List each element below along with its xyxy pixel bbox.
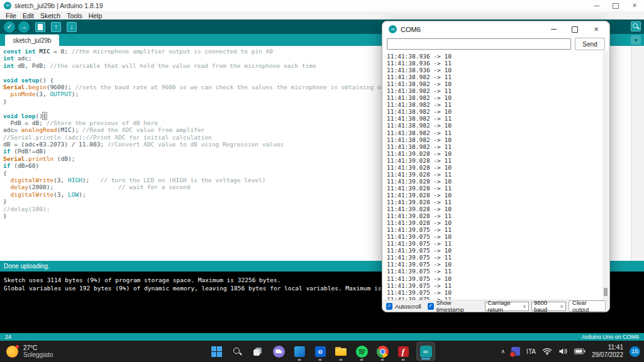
taskbar-weather-widget[interactable]: 27°C Soleggiato xyxy=(6,341,53,362)
serial-monitor-title: COM6 xyxy=(401,26,421,33)
serial-line: 11:41:39.028 -> 11 xyxy=(387,199,609,206)
current-line-number: 24 xyxy=(5,334,11,340)
menu-tools[interactable]: Tools xyxy=(64,12,86,19)
autoscroll-checkbox[interactable]: ✓ xyxy=(386,303,392,310)
weather-description: Soleggiato xyxy=(23,351,53,358)
serial-line: 11:41:38.982 -> 10 xyxy=(387,122,609,129)
serial-line: 11:41:39.075 -> 10 xyxy=(387,233,609,240)
chat-button[interactable] xyxy=(271,344,286,359)
language-indicator[interactable]: ITA xyxy=(526,348,536,355)
serial-output-lines: 11:41:38.936 -> 1011:41:38.936 -> 1111:4… xyxy=(383,51,609,300)
new-sketch-button[interactable] xyxy=(35,22,45,32)
tab-sketch[interactable]: sketch_jul29b xyxy=(5,35,59,46)
menu-help[interactable]: Help xyxy=(86,12,106,19)
file-explorer-button[interactable] xyxy=(333,344,348,359)
arduino-icon: ∞ xyxy=(420,346,432,358)
serial-line: 11:41:39.028 -> 10 xyxy=(387,150,609,157)
minimize-icon[interactable] xyxy=(587,0,606,11)
search-button[interactable] xyxy=(230,344,245,359)
notification-count-badge[interactable]: 15 xyxy=(630,346,640,357)
serial-input-row: Send xyxy=(382,37,609,51)
chevron-down-icon: ∨ xyxy=(523,304,526,309)
taskbar-app-blue[interactable] xyxy=(292,344,307,359)
menu-edit[interactable]: Edit xyxy=(19,12,37,19)
spotify-button[interactable] xyxy=(354,344,369,359)
clear-output-button[interactable]: Clear output xyxy=(569,300,606,312)
serial-line: 11:41:38.936 -> 10 xyxy=(387,67,609,74)
serial-monitor-window: ∞ COM6 × Send 11:41:38.936 -> 1011:41:38… xyxy=(382,21,610,312)
serial-line: 11:41:38.982 -> 10 xyxy=(387,80,609,87)
serial-line: 11:41:39.075 -> 11 xyxy=(387,226,609,233)
serial-output[interactable]: 11:41:38.936 -> 1011:41:38.936 -> 1111:4… xyxy=(383,51,609,300)
editor-scrollbar[interactable] xyxy=(631,46,644,261)
serial-input[interactable] xyxy=(387,38,571,50)
serial-line: 11:41:38.982 -> 10 xyxy=(387,94,609,101)
ide-titlebar: ∞ sketch_jul29b | Arduino 1.8.19 × xyxy=(0,0,644,11)
tab-menu-button[interactable]: ▾ xyxy=(631,35,641,45)
show-timestamp-checkbox[interactable]: ✓ xyxy=(428,303,434,310)
system-tray: ∧ ITA 11:41 29/07/2022 xyxy=(501,341,640,362)
volume-icon[interactable] xyxy=(558,348,568,355)
tray-date: 29/07/2022 xyxy=(592,351,623,358)
line-ending-value: Carriage return xyxy=(487,299,521,313)
menu-sketch[interactable]: Sketch xyxy=(37,12,64,19)
spotify-icon xyxy=(356,346,368,358)
running-indicator xyxy=(381,359,384,361)
wifi-icon[interactable] xyxy=(542,348,552,355)
serial-line: 11:41:38.982 -> 10 xyxy=(387,136,609,143)
serial-line: 11:41:38.982 -> 10 xyxy=(387,108,609,115)
serial-line: 11:41:39.075 -> 11 xyxy=(387,282,609,289)
active-app-indicator xyxy=(421,358,430,360)
arduino-app-icon: ∞ xyxy=(4,2,11,9)
scrollbar-thumb[interactable] xyxy=(604,288,608,296)
teams-tray-icon-with-badge[interactable] xyxy=(511,347,520,356)
chrome-button[interactable] xyxy=(375,344,390,359)
outlook-button[interactable]: o xyxy=(313,344,328,359)
verify-button[interactable]: ✓ xyxy=(4,21,15,33)
running-indicator xyxy=(402,359,405,361)
line-ending-select[interactable]: Carriage return ∨ xyxy=(485,302,529,311)
serial-monitor-button[interactable] xyxy=(631,21,641,31)
chrome-icon xyxy=(377,346,389,358)
menu-file[interactable]: File xyxy=(3,12,19,19)
running-indicator xyxy=(298,359,301,361)
serial-line: 11:41:39.028 -> 11 xyxy=(387,171,609,178)
serial-line: 11:41:38.982 -> 11 xyxy=(387,74,609,80)
serial-line: 11:41:38.982 -> 11 xyxy=(387,129,609,136)
maximize-icon[interactable] xyxy=(564,21,586,37)
upload-button[interactable]: → xyxy=(18,21,30,33)
serial-line: 11:41:38.936 -> 10 xyxy=(387,53,609,60)
serial-line: 11:41:38.982 -> 11 xyxy=(387,143,609,150)
running-indicator xyxy=(360,359,364,361)
serial-line: 11:41:39.075 -> 10 xyxy=(387,289,609,296)
blue-app-icon xyxy=(294,346,305,357)
ide-bottom-bar: 24 Arduino Uno on COM6 xyxy=(0,333,644,341)
fritzing-button[interactable]: f xyxy=(396,344,411,359)
serial-line: 11:41:38.982 -> 11 xyxy=(387,101,609,108)
clock-widget[interactable]: 11:41 29/07/2022 xyxy=(592,344,623,359)
arduino-taskbar-button-active[interactable]: ∞ xyxy=(416,342,435,361)
send-button[interactable]: Send xyxy=(575,38,605,50)
serial-line: 11:41:39.075 -> 11 xyxy=(387,254,609,261)
windows-logo-icon xyxy=(211,346,222,357)
tray-time: 11:41 xyxy=(608,344,623,351)
serial-line: 11:41:38.936 -> 11 xyxy=(387,60,609,67)
serial-scrollbar[interactable] xyxy=(602,51,609,300)
start-button[interactable] xyxy=(209,344,224,359)
running-indicator xyxy=(340,359,343,361)
baud-rate-select[interactable]: 9600 baud ∨ xyxy=(531,302,566,311)
close-icon[interactable]: × xyxy=(625,0,644,11)
autoscroll-label: Autoscroll xyxy=(395,303,421,310)
hidden-icons-chevron[interactable]: ∧ xyxy=(501,348,506,354)
save-button[interactable]: ↓ xyxy=(67,22,77,32)
close-icon[interactable]: × xyxy=(586,21,607,37)
serial-line: 11:41:39.028 -> 10 xyxy=(387,192,609,199)
serial-line: 11:41:38.982 -> 11 xyxy=(387,115,609,122)
minimize-icon[interactable] xyxy=(543,21,564,37)
serial-monitor-options-bar: ✓ Autoscroll ✓ Show timestamp Carriage r… xyxy=(382,300,609,312)
task-view-button[interactable] xyxy=(250,344,265,359)
open-button[interactable]: ↑ xyxy=(51,22,61,32)
maximize-icon[interactable] xyxy=(606,0,625,11)
serial-monitor-window-controls: × xyxy=(543,21,607,37)
battery-icon[interactable] xyxy=(574,348,586,354)
